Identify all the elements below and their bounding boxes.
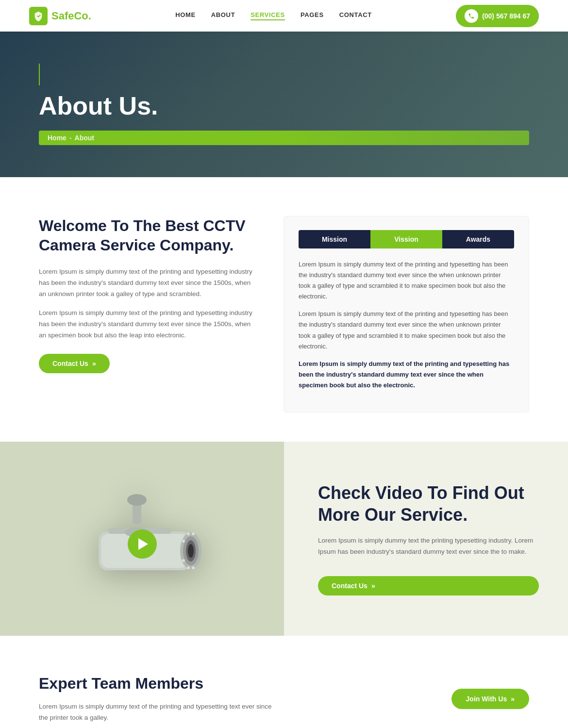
join-btn-label: Join With Us: [466, 695, 507, 703]
video-contact-btn-chevrons: »: [371, 582, 375, 590]
team-heading: Expert Team Members: [39, 675, 451, 693]
team-section: Expert Team Members Lorem Ipsum is simpl…: [0, 636, 568, 728]
video-thumbnail: [0, 442, 284, 636]
svg-point-11: [192, 566, 195, 569]
team-left: Expert Team Members Lorem Ipsum is simpl…: [39, 675, 451, 724]
video-contact-btn-label: Contact Us: [332, 582, 368, 590]
join-btn-chevrons: »: [511, 695, 515, 703]
nav-about[interactable]: ABOUT: [211, 11, 235, 20]
svg-point-9: [192, 532, 195, 535]
contact-button[interactable]: Contact Us »: [39, 354, 110, 373]
svg-point-8: [187, 532, 190, 535]
svg-point-12: [182, 540, 185, 543]
tab-mission[interactable]: Mission: [299, 230, 370, 248]
logo-text: SafeCo.: [51, 10, 91, 22]
hero-section: About Us. Home - About: [0, 32, 568, 177]
logo-icon: [29, 7, 48, 25]
main-nav: HOME ABOUT SERVICES PAGES CONTACT: [175, 11, 372, 20]
phone-button[interactable]: (00) 567 894 67: [456, 5, 539, 27]
tabs-container: Mission Vission Awards: [299, 230, 514, 248]
nav-contact[interactable]: CONTACT: [339, 11, 372, 20]
welcome-section: Welcome To The Best CCTV Camera Service …: [0, 177, 568, 442]
hero-bg: [256, 32, 568, 177]
join-button[interactable]: Join With Us »: [451, 689, 529, 709]
hero-accent-line: [39, 64, 40, 85]
nav-pages[interactable]: PAGES: [301, 11, 324, 20]
welcome-left: Welcome To The Best CCTV Camera Service …: [39, 216, 254, 413]
camera-visual: [69, 485, 215, 592]
video-contact-button[interactable]: Contact Us »: [318, 576, 539, 596]
tab-para2: Lorem Ipsum is simply dummy text of the …: [299, 309, 514, 351]
contact-btn-label: Contact Us: [52, 360, 88, 367]
svg-point-7: [188, 544, 194, 558]
welcome-para2: Lorem Ipsum is simply dummy text of the …: [39, 308, 254, 341]
video-heading: Check Video To Find Out More Our Service…: [318, 482, 539, 526]
breadcrumb-sep: -: [69, 134, 72, 142]
phone-number: (00) 567 894 67: [482, 12, 530, 20]
play-button[interactable]: [128, 529, 157, 559]
tab-para1: Lorem Ipsum is simply dummy text of the …: [299, 259, 514, 302]
svg-point-10: [187, 566, 190, 569]
contact-btn-chevrons: »: [92, 360, 96, 367]
tab-para3-bold: Lorem Ipsum is simply dummy text of the …: [299, 359, 514, 391]
tab-awards[interactable]: Awards: [442, 230, 514, 248]
welcome-heading: Welcome To The Best CCTV Camera Service …: [39, 216, 254, 255]
tab-content: Lorem Ipsum is simply dummy text of the …: [299, 259, 514, 391]
welcome-para1: Lorem Ipsum is simply dummy text of the …: [39, 266, 254, 300]
breadcrumb-home: Home: [48, 134, 67, 142]
svg-point-13: [182, 559, 185, 562]
phone-icon: [465, 9, 478, 23]
nav-services[interactable]: SERVICES: [251, 11, 285, 20]
nav-home[interactable]: HOME: [175, 11, 196, 20]
site-header: SafeCo. HOME ABOUT SERVICES PAGES CONTAC…: [0, 0, 568, 32]
video-right: Check Video To Find Out More Our Service…: [284, 442, 568, 636]
logo[interactable]: SafeCo.: [29, 7, 91, 25]
svg-point-1: [127, 494, 147, 506]
welcome-right: Mission Vission Awards Lorem Ipsum is si…: [284, 216, 529, 413]
tab-vission[interactable]: Vission: [370, 230, 442, 248]
team-para: Lorem Ipsum is simply dummy text of the …: [39, 701, 272, 724]
breadcrumb-current: About: [75, 134, 94, 142]
video-section: Check Video To Find Out More Our Service…: [0, 442, 568, 636]
video-para: Lorem Ipsum is simply dummy text the pri…: [318, 535, 539, 558]
